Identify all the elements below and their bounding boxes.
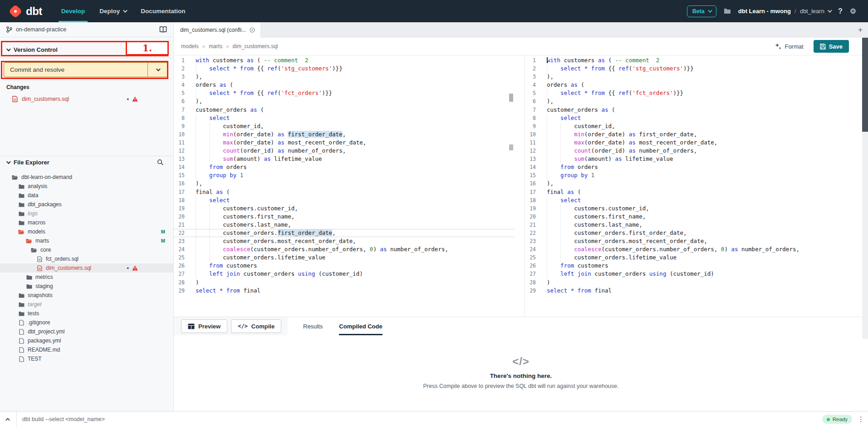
code-line-27[interactable]: 27 left join customer_orders using (cust…	[174, 270, 515, 278]
code-line-23[interactable]: 23 customer_orders.most_recent_order_dat…	[525, 237, 868, 245]
code-line-18[interactable]: 18 select	[525, 196, 868, 204]
file-tree-item-logs[interactable]: logs	[0, 209, 173, 218]
file-tree-item-models[interactable]: modelsM	[0, 227, 173, 236]
code-line-12[interactable]: 12 count(order_id) as number_of_orders,	[525, 147, 868, 155]
code-line-12[interactable]: 12 count(order_id) as number_of_orders,	[174, 147, 515, 155]
code-line-26[interactable]: 26 from customers	[174, 262, 515, 270]
code-line-14[interactable]: 14 from orders	[174, 163, 515, 171]
docs-book-icon[interactable]	[159, 26, 167, 33]
code-line-11[interactable]: 11 max(order_date) as most_recent_order_…	[174, 139, 515, 147]
code-line-25[interactable]: 25 customer_orders.lifetime_value	[174, 253, 515, 262]
code-line-10[interactable]: 10 min(order_date) as first_order_date,	[174, 130, 515, 139]
file-tree-item-packages.yml[interactable]: packages.yml	[0, 336, 173, 345]
code-line-28[interactable]: 28)	[525, 278, 868, 287]
code-line-16[interactable]: 16),	[174, 179, 515, 188]
code-line-21[interactable]: 21 customers.last_name,	[525, 221, 868, 229]
code-line-29[interactable]: 29select * from final	[525, 287, 868, 295]
tab-results[interactable]: Results	[303, 317, 323, 335]
code-line-27[interactable]: 27 left join customer_orders using (cust…	[525, 270, 868, 278]
code-line-28[interactable]: 28)	[174, 278, 515, 287]
code-line-15[interactable]: 15 group by 1	[174, 171, 515, 179]
code-line-8[interactable]: 8 select	[174, 114, 515, 122]
changed-file-item[interactable]: dim_customers.sql •	[0, 94, 173, 104]
code-line-6[interactable]: 6),	[525, 97, 868, 105]
code-line-4[interactable]: 4orders as (	[525, 81, 868, 89]
code-line-13[interactable]: 13 sum(amount) as lifetime_value	[525, 155, 868, 163]
code-line-17[interactable]: 17final as (	[525, 188, 868, 196]
scroll-marker[interactable]	[509, 94, 513, 102]
gear-icon[interactable]: ⚙	[850, 7, 856, 15]
nav-develop[interactable]: Develop	[54, 0, 93, 22]
code-line-14[interactable]: 14 from orders	[525, 163, 868, 171]
file-tree-item-analysis[interactable]: analysis	[0, 182, 173, 191]
code-line-16[interactable]: 16),	[525, 179, 868, 188]
scroll-marker[interactable]	[509, 144, 513, 150]
file-tree-item-macros[interactable]: macros	[0, 218, 173, 227]
editor-scrollbar-thumb[interactable]	[862, 38, 868, 132]
expand-command-bar-icon[interactable]	[0, 418, 16, 421]
code-line-26[interactable]: 26 from customers	[525, 262, 868, 270]
code-line-20[interactable]: 20 customers.first_name,	[174, 213, 515, 221]
code-line-18[interactable]: 18 select	[174, 196, 515, 204]
file-tree-item-metrics[interactable]: metrics	[0, 273, 173, 282]
code-line-3[interactable]: 3),	[525, 73, 868, 81]
commit-options-button[interactable]	[147, 63, 167, 77]
code-line-9[interactable]: 9 customer_id,	[174, 122, 515, 130]
code-line-13[interactable]: 13 sum(amount) as lifetime_value	[174, 155, 515, 163]
compile-button[interactable]: </> Compile	[231, 319, 281, 333]
beta-button[interactable]: Beta	[687, 5, 716, 17]
file-tree-item-dbt-learn-on-demand[interactable]: dbt-learn-on-demand	[0, 173, 173, 182]
code-line-2[interactable]: 2 select * from {{ ref('stg_customers')}…	[174, 65, 515, 73]
dbt-logo[interactable]: dbt	[0, 0, 54, 22]
code-line-29[interactable]: 29select * from final	[174, 287, 515, 295]
editor-tab-dim-customers[interactable]: dim_customers.sql (confli...	[174, 22, 261, 38]
code-line-17[interactable]: 17final as (	[174, 188, 515, 196]
help-icon[interactable]: ?	[838, 7, 843, 15]
code-line-8[interactable]: 8 select	[525, 114, 868, 122]
code-line-7[interactable]: 7customer_orders as (	[174, 106, 515, 114]
code-line-20[interactable]: 20 customers.first_name,	[525, 213, 868, 221]
code-line-15[interactable]: 15 group by 1	[525, 171, 868, 179]
code-line-19[interactable]: 19 customers.customer_id,	[525, 204, 868, 213]
code-line-3[interactable]: 3),	[174, 73, 515, 81]
code-line-25[interactable]: 25 customer_orders.lifetime_value	[525, 253, 868, 262]
code-line-4[interactable]: 4orders as (	[174, 81, 515, 89]
command-input[interactable]: dbt build --select <model_name>	[17, 416, 105, 422]
code-line-2[interactable]: 2 select * from {{ ref('stg_customers')}…	[525, 65, 868, 73]
code-line-10[interactable]: 10 min(order_date) as first_order_date,	[525, 130, 868, 139]
format-button[interactable]: Format	[775, 43, 803, 50]
project-selector[interactable]: dbt_learn	[800, 8, 831, 15]
search-icon[interactable]	[157, 159, 167, 165]
conflict-indicator-icon[interactable]	[250, 27, 255, 33]
editor-scrollbar[interactable]	[862, 38, 868, 339]
code-line-1[interactable]: 1with customers as ( -- comment 2	[174, 56, 515, 65]
file-tree-item-dbt_project.yml[interactable]: dbt_project.yml	[0, 327, 173, 336]
editor-pane-right[interactable]: 1with customers as ( -- comment 22 selec…	[525, 55, 868, 317]
code-line-11[interactable]: 11 max(order_date) as most_recent_order_…	[525, 139, 868, 147]
file-tree-item-README.md[interactable]: README.md	[0, 345, 173, 354]
nav-deploy[interactable]: Deploy	[92, 0, 133, 22]
file-explorer-header[interactable]: File Explorer	[0, 156, 173, 168]
code-line-24[interactable]: 24 coalesce(customer_orders.number_of_or…	[525, 245, 868, 253]
file-tree-item-dim_customers.sql[interactable]: dim_customers.sql•	[0, 263, 173, 273]
code-line-6[interactable]: 6),	[174, 97, 515, 105]
code-line-1[interactable]: 1with customers as ( -- comment 2	[525, 56, 868, 65]
code-line-24[interactable]: 24 coalesce(customer_orders.number_of_or…	[174, 245, 515, 253]
pane-divider[interactable]	[515, 55, 525, 317]
save-button[interactable]: Save	[814, 40, 849, 53]
code-line-22[interactable]: 22 customer_orders.first_order_date,	[525, 229, 868, 237]
file-tree-item-snapshots[interactable]: snapshots	[0, 291, 173, 300]
file-tree-item-target[interactable]: target	[0, 300, 173, 309]
code-line-5[interactable]: 5 select * from {{ ref('fct_orders')}}	[525, 89, 868, 97]
file-tree-item-.gitignore[interactable]: .gitignore	[0, 318, 173, 327]
kebab-menu-icon[interactable]: ⋮	[858, 415, 864, 423]
file-tree-item-dbt_packages[interactable]: dbt_packages	[0, 200, 173, 209]
commit-and-resolve-button[interactable]: Commit and resolve	[4, 63, 147, 77]
code-line-21[interactable]: 21 customers.last_name,	[174, 221, 515, 229]
code-line-7[interactable]: 7customer_orders as (	[525, 106, 868, 114]
preview-button[interactable]: Preview	[181, 319, 227, 333]
nav-documentation[interactable]: Documentation	[133, 0, 192, 22]
file-tree-item-fct_orders.sql[interactable]: fct_orders.sql	[0, 254, 173, 263]
editor-pane-left[interactable]: 1with customers as ( -- comment 22 selec…	[174, 55, 515, 317]
code-line-9[interactable]: 9 customer_id,	[525, 122, 868, 130]
